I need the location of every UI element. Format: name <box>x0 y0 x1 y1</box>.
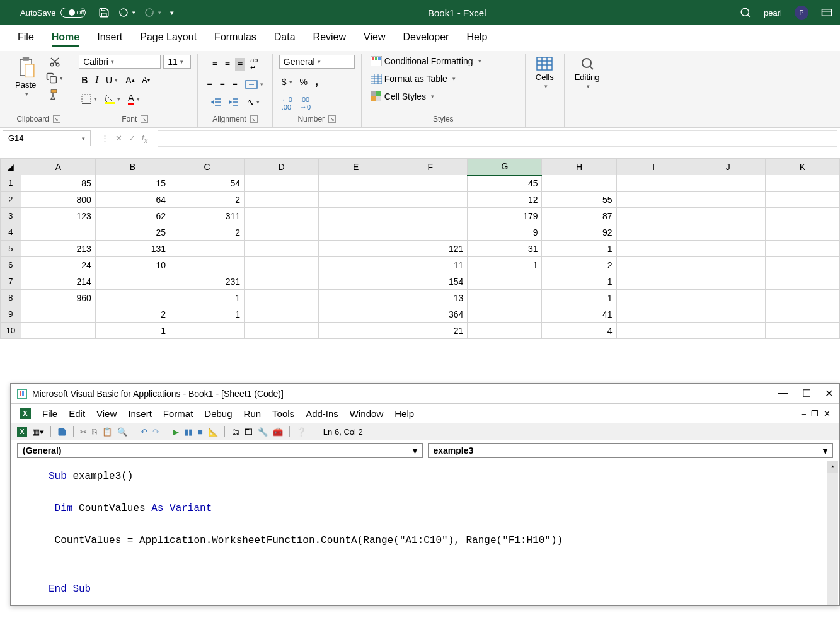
vba-menu-format[interactable]: Format <box>163 408 193 419</box>
copy-button[interactable]: ▾ <box>43 71 66 85</box>
vba-insert-dropdown-icon[interactable]: ▦▾ <box>32 427 44 437</box>
toggle-switch[interactable]: Off <box>60 8 86 18</box>
vba-menu-debug[interactable]: Debug <box>204 408 232 419</box>
borders-button[interactable]: ▾ <box>79 93 100 105</box>
row-header[interactable]: 7 <box>1 273 21 290</box>
vba-break-icon[interactable]: ▮▮ <box>184 427 193 437</box>
cell-A2[interactable]: 800 <box>21 192 95 208</box>
cell-F10[interactable]: 21 <box>393 323 468 339</box>
cell-D9[interactable] <box>245 306 319 323</box>
cell-D5[interactable] <box>245 241 319 257</box>
vba-browser-icon[interactable]: 🔧 <box>258 427 268 437</box>
vba-paste-icon[interactable]: 📋 <box>102 427 112 437</box>
vba-undo-icon[interactable]: ↶ <box>141 427 147 437</box>
cells-button[interactable]: Cells ▾ <box>532 55 558 91</box>
cell-D1[interactable] <box>245 175 319 192</box>
cell-E7[interactable] <box>319 273 393 290</box>
cell-I6[interactable] <box>616 257 691 273</box>
vba-object-select[interactable]: (General)▾ <box>17 443 423 458</box>
vba-menu-view[interactable]: View <box>96 408 117 419</box>
cell-J4[interactable] <box>691 224 765 241</box>
cell-D2[interactable] <box>245 192 319 208</box>
cell-H10[interactable]: 4 <box>542 323 616 339</box>
vba-menu-edit[interactable]: Edit <box>69 408 85 419</box>
column-header-E[interactable]: E <box>319 159 393 175</box>
accounting-button[interactable]: $▾ <box>279 76 295 88</box>
vba-menu-help[interactable]: Help <box>394 408 414 419</box>
tab-formulas[interactable]: Formulas <box>214 32 256 47</box>
cell-D8[interactable] <box>245 290 319 306</box>
scroll-up-icon[interactable]: ▴ <box>827 461 838 472</box>
cell-G4[interactable]: 9 <box>468 224 542 241</box>
cell-G1[interactable]: 45 <box>468 175 542 192</box>
cell-A10[interactable] <box>21 323 95 339</box>
cell-J2[interactable] <box>691 192 765 208</box>
search-icon[interactable] <box>740 7 751 18</box>
close-icon[interactable]: ✕ <box>825 387 833 399</box>
formula-input[interactable] <box>158 130 837 147</box>
vba-toolbox-icon[interactable]: 🧰 <box>273 427 283 437</box>
cell-H8[interactable]: 1 <box>542 290 616 306</box>
vba-title-bar[interactable]: Microsoft Visual Basic for Applications … <box>11 384 839 404</box>
enter-formula-icon[interactable]: ✓ <box>129 134 135 143</box>
column-header-G[interactable]: G <box>468 159 542 175</box>
font-name-select[interactable]: Calibri▾ <box>79 55 161 69</box>
minimize-icon[interactable]: — <box>778 387 788 399</box>
font-color-button[interactable]: A▾ <box>125 91 142 106</box>
cell-I1[interactable] <box>616 175 691 192</box>
cell-K5[interactable] <box>765 241 839 257</box>
fx-icon[interactable]: fx <box>142 133 147 144</box>
cell-I9[interactable] <box>616 306 691 323</box>
cell-G2[interactable]: 12 <box>468 192 542 208</box>
vba-redo-icon[interactable]: ↷ <box>152 427 159 437</box>
column-header-C[interactable]: C <box>170 159 244 175</box>
cell-F6[interactable]: 11 <box>393 257 468 273</box>
column-header-H[interactable]: H <box>542 159 616 175</box>
column-header-K[interactable]: K <box>765 159 839 175</box>
align-left-button[interactable]: ≡ <box>204 78 214 91</box>
increase-font-button[interactable]: A▴ <box>123 74 137 86</box>
ribbon-display-icon[interactable] <box>821 8 832 17</box>
fill-color-button[interactable]: ▾ <box>102 93 123 105</box>
cell-G8[interactable] <box>468 290 542 306</box>
cell-A5[interactable]: 213 <box>21 241 95 257</box>
select-all-corner[interactable]: ◢ <box>1 159 21 175</box>
cell-A1[interactable]: 85 <box>21 175 95 192</box>
tab-home[interactable]: Home <box>52 32 79 47</box>
cell-B2[interactable]: 64 <box>95 192 170 208</box>
cell-C10[interactable] <box>170 323 244 339</box>
wrap-text-button[interactable]: ab↵ <box>248 55 260 73</box>
cell-E9[interactable] <box>319 306 393 323</box>
vba-design-icon[interactable]: 📐 <box>208 427 218 437</box>
column-header-F[interactable]: F <box>393 159 468 175</box>
cell-F5[interactable]: 121 <box>393 241 468 257</box>
dialog-launcher-icon[interactable]: ↘ <box>250 115 258 123</box>
cell-K2[interactable] <box>765 192 839 208</box>
cell-G5[interactable]: 31 <box>468 241 542 257</box>
cell-K4[interactable] <box>765 224 839 241</box>
row-header[interactable]: 8 <box>1 290 21 306</box>
cell-B4[interactable]: 25 <box>95 224 170 241</box>
cell-C3[interactable]: 311 <box>170 208 244 224</box>
cell-G10[interactable] <box>468 323 542 339</box>
align-bottom-button[interactable]: ≡ <box>235 58 245 71</box>
cut-button[interactable] <box>47 55 63 69</box>
cell-E4[interactable] <box>319 224 393 241</box>
vba-cut-icon[interactable]: ✂ <box>80 427 87 437</box>
percent-button[interactable]: % <box>297 76 310 88</box>
cell-E1[interactable] <box>319 175 393 192</box>
cell-I7[interactable] <box>616 273 691 290</box>
cell-C7[interactable]: 231 <box>170 273 244 290</box>
vba-save-icon[interactable] <box>57 427 67 437</box>
conditional-formatting-button[interactable]: Conditional Formatting▾ <box>368 55 484 67</box>
cell-D10[interactable] <box>245 323 319 339</box>
dialog-launcher-icon[interactable]: ↘ <box>53 115 60 123</box>
row-header[interactable]: 4 <box>1 224 21 241</box>
user-name[interactable]: pearl <box>764 8 782 18</box>
undo-icon[interactable]: ▾ <box>118 8 135 18</box>
row-header[interactable]: 1 <box>1 175 21 192</box>
column-header-J[interactable]: J <box>691 159 765 175</box>
cell-H2[interactable]: 55 <box>542 192 616 208</box>
row-header[interactable]: 9 <box>1 306 21 323</box>
cell-H4[interactable]: 92 <box>542 224 616 241</box>
